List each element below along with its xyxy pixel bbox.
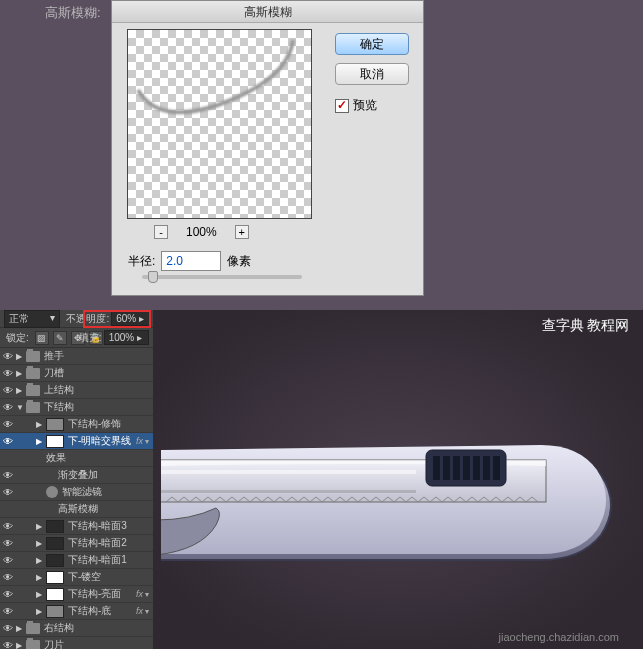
layer-name: 下结构-暗面1 bbox=[68, 553, 149, 567]
layer-row[interactable]: 👁▼下结构 bbox=[0, 399, 153, 416]
layer-name: 下结构-暗面2 bbox=[68, 536, 149, 550]
expand-arrow-icon[interactable]: ▶ bbox=[16, 369, 26, 378]
preview-area[interactable] bbox=[127, 29, 312, 219]
visibility-eye-icon[interactable]: 👁 bbox=[0, 419, 16, 430]
layer-name: 推手 bbox=[44, 349, 149, 363]
layer-name: 下结构 bbox=[44, 400, 149, 414]
layer-name: 智能滤镜 bbox=[62, 485, 149, 499]
layer-thumbnail bbox=[46, 571, 64, 584]
layer-thumbnail bbox=[46, 435, 64, 448]
blend-mode-select[interactable]: 正常▾ bbox=[4, 310, 60, 328]
layer-row[interactable]: 👁▶下结构-暗面1 bbox=[0, 552, 153, 569]
layer-name: 刀片 bbox=[44, 638, 149, 649]
visibility-eye-icon[interactable]: 👁 bbox=[0, 385, 16, 396]
layer-row[interactable]: 👁渐变叠加 bbox=[0, 467, 153, 484]
expand-arrow-icon[interactable]: ▶ bbox=[36, 607, 46, 616]
layer-row[interactable]: 👁▶上结构 bbox=[0, 382, 153, 399]
fx-chevron-icon[interactable]: ▾ bbox=[145, 607, 149, 616]
layer-name: 下结构-亮面 bbox=[68, 587, 134, 601]
visibility-eye-icon[interactable]: 👁 bbox=[0, 606, 16, 617]
layer-row[interactable]: 👁▶刀槽 bbox=[0, 365, 153, 382]
visibility-eye-icon[interactable]: 👁 bbox=[0, 555, 16, 566]
layer-row[interactable]: 👁▶右结构 bbox=[0, 620, 153, 637]
layer-row[interactable]: 效果 bbox=[0, 450, 153, 467]
layer-row[interactable]: 👁▶下结构-底fx▾ bbox=[0, 603, 153, 620]
svg-rect-6 bbox=[473, 456, 480, 480]
expand-arrow-icon[interactable]: ▶ bbox=[36, 539, 46, 548]
expand-arrow-icon[interactable]: ▶ bbox=[36, 437, 46, 446]
fill-label: 填充: bbox=[79, 331, 102, 345]
visibility-eye-icon[interactable]: 👁 bbox=[0, 521, 16, 532]
layer-row[interactable]: 👁▶推手 bbox=[0, 348, 153, 365]
svg-rect-4 bbox=[453, 456, 460, 480]
zoom-out-button[interactable]: - bbox=[154, 225, 168, 239]
layer-name: 效果 bbox=[46, 451, 149, 465]
folder-icon bbox=[26, 402, 40, 413]
ok-button[interactable]: 确定 bbox=[335, 33, 409, 55]
expand-arrow-icon[interactable]: ▶ bbox=[16, 641, 26, 650]
layer-row[interactable]: 👁▶下-镂空 bbox=[0, 569, 153, 586]
visibility-eye-icon[interactable]: 👁 bbox=[0, 538, 16, 549]
layer-row[interactable]: 👁智能滤镜 bbox=[0, 484, 153, 501]
layer-thumbnail bbox=[46, 418, 64, 431]
expand-arrow-icon[interactable]: ▶ bbox=[36, 522, 46, 531]
layer-row[interactable]: 👁▶下-明暗交界线fx▾ bbox=[0, 433, 153, 450]
fx-chevron-icon[interactable]: ▾ bbox=[145, 437, 149, 446]
layer-row[interactable]: 👁▶下结构-暗面3 bbox=[0, 518, 153, 535]
visibility-eye-icon[interactable]: 👁 bbox=[0, 487, 16, 498]
expand-arrow-icon[interactable]: ▶ bbox=[16, 624, 26, 633]
layer-row[interactable]: 👁▶下结构-修饰 bbox=[0, 416, 153, 433]
expand-arrow-icon[interactable]: ▶ bbox=[36, 590, 46, 599]
canvas[interactable]: 查字典 教程网 jiaocheng.chazidian.com bbox=[153, 310, 643, 649]
layer-thumbnail bbox=[46, 520, 64, 533]
fx-badge[interactable]: fx bbox=[136, 436, 143, 446]
lock-transparency-icon[interactable]: ▨ bbox=[35, 331, 49, 345]
folder-icon bbox=[26, 351, 40, 362]
fx-badge[interactable]: fx bbox=[136, 589, 143, 599]
visibility-eye-icon[interactable]: 👁 bbox=[0, 402, 16, 413]
layer-row[interactable]: 👁▶下结构-暗面2 bbox=[0, 535, 153, 552]
layer-row[interactable]: 👁▶下结构-亮面fx▾ bbox=[0, 586, 153, 603]
cancel-button[interactable]: 取消 bbox=[335, 63, 409, 85]
preview-checkbox[interactable] bbox=[335, 99, 349, 113]
expand-arrow-icon[interactable]: ▶ bbox=[16, 386, 26, 395]
zoom-in-button[interactable]: + bbox=[235, 225, 249, 239]
visibility-eye-icon[interactable]: 👁 bbox=[0, 436, 16, 447]
svg-rect-2 bbox=[433, 456, 440, 480]
lock-pixels-icon[interactable]: ✎ bbox=[53, 331, 67, 345]
radius-input[interactable] bbox=[161, 251, 221, 271]
fill-value[interactable]: 100% ▸ bbox=[104, 330, 149, 345]
visibility-eye-icon[interactable]: 👁 bbox=[0, 623, 16, 634]
expand-arrow-icon[interactable]: ▶ bbox=[36, 556, 46, 565]
dialog-title: 高斯模糊 bbox=[112, 1, 423, 23]
visibility-eye-icon[interactable]: 👁 bbox=[0, 470, 16, 481]
layer-row[interactable]: 高斯模糊 bbox=[0, 501, 153, 518]
svg-rect-10 bbox=[161, 490, 416, 493]
watermark-text: 查字典 教程网 bbox=[542, 317, 630, 335]
opacity-value[interactable]: 60% ▸ bbox=[111, 311, 151, 326]
folder-icon bbox=[26, 623, 40, 634]
visibility-eye-icon[interactable]: 👁 bbox=[0, 351, 16, 362]
radius-slider[interactable] bbox=[142, 275, 302, 279]
zoom-level: 100% bbox=[186, 225, 217, 239]
expand-arrow-icon[interactable]: ▶ bbox=[16, 352, 26, 361]
gaussian-blur-dialog: 高斯模糊 - 100% + 半径: 像素 确定 取消 预览 bbox=[111, 0, 424, 296]
fx-chevron-icon[interactable]: ▾ bbox=[145, 590, 149, 599]
visibility-eye-icon[interactable]: 👁 bbox=[0, 589, 16, 600]
expand-arrow-icon[interactable]: ▶ bbox=[36, 420, 46, 429]
layer-row[interactable]: 👁▶刀片 bbox=[0, 637, 153, 649]
folder-icon bbox=[26, 640, 40, 650]
watermark-url: jiaocheng.chazidian.com bbox=[499, 631, 619, 643]
section-label: 高斯模糊: bbox=[45, 4, 101, 22]
expand-arrow-icon[interactable]: ▶ bbox=[36, 573, 46, 582]
layer-thumbnail bbox=[46, 554, 64, 567]
visibility-eye-icon[interactable]: 👁 bbox=[0, 368, 16, 379]
lock-label: 锁定: bbox=[6, 331, 29, 345]
svg-rect-3 bbox=[443, 456, 450, 480]
visibility-eye-icon[interactable]: 👁 bbox=[0, 572, 16, 583]
expand-arrow-icon[interactable]: ▼ bbox=[16, 403, 26, 412]
visibility-eye-icon[interactable]: 👁 bbox=[0, 640, 16, 650]
slider-thumb[interactable] bbox=[148, 271, 158, 283]
fx-badge[interactable]: fx bbox=[136, 606, 143, 616]
layer-name: 右结构 bbox=[44, 621, 149, 635]
